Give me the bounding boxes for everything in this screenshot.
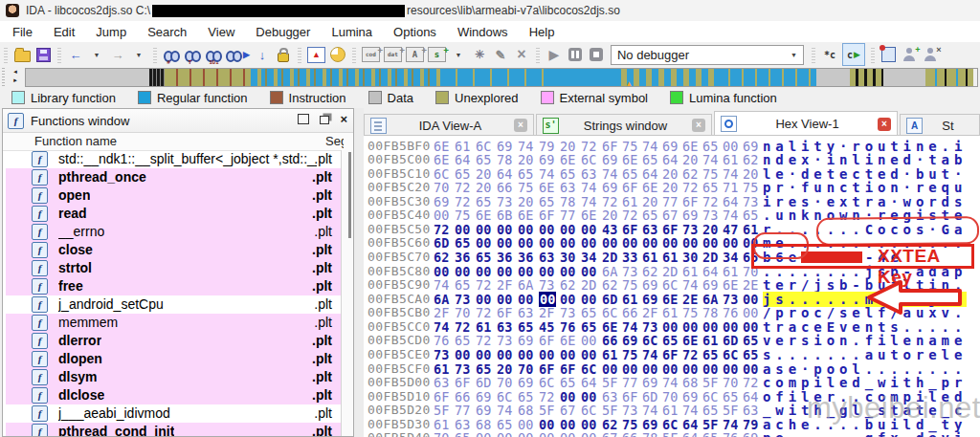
function-row[interactable]: read.plt (6, 205, 342, 223)
hex-byte[interactable]: 66 (622, 430, 637, 437)
menu-item-edit[interactable]: Edit (43, 25, 85, 39)
hex-byte[interactable]: 78 (642, 430, 657, 437)
delete-item-button[interactable]: × (513, 45, 530, 64)
function-name[interactable]: __errno (58, 224, 104, 239)
functions-window-titlebar[interactable]: Functions window × (3, 109, 353, 133)
function-name[interactable]: read (58, 206, 87, 221)
hex-row[interactable]: 00FB5D4070650000000000006766785F64657669… (364, 430, 980, 437)
hex-byte[interactable]: 00 (497, 430, 512, 437)
debug-start-button[interactable]: ▶ (546, 45, 563, 64)
function-row[interactable]: dlsym.plt (6, 368, 342, 386)
search-text-button[interactable]: T (184, 45, 201, 64)
search-immediate-button[interactable]: 101 (205, 45, 222, 64)
close-button[interactable]: × (340, 115, 347, 124)
jump-down-button[interactable]: ↓ (254, 45, 271, 64)
hex-row[interactable]: 00FB5CC074726163654576656E74730000000000… (364, 319, 980, 334)
function-row[interactable]: strtol.plt (6, 259, 342, 277)
function-name[interactable]: strtol (58, 260, 92, 275)
hex-byte[interactable]: 65 (702, 430, 718, 437)
make-data-button[interactable]: dat+ (384, 45, 402, 64)
menu-item-options[interactable]: Options (383, 25, 447, 39)
function-row[interactable]: free.plt (6, 277, 342, 295)
highlight-lock-button[interactable] (275, 45, 292, 64)
remove-breakpoint-user-button[interactable]: × (923, 45, 940, 64)
menu-item-lumina[interactable]: Lumina (321, 25, 383, 39)
hex-byte[interactable]: 00 (539, 430, 554, 437)
patch-program-button[interactable]: ✳ (471, 45, 488, 64)
hex-byte[interactable]: 00 (476, 430, 491, 437)
functions-column-header[interactable]: Function name Segm (3, 133, 353, 151)
add-breakpoint-user-button[interactable]: + (902, 45, 919, 64)
function-name[interactable]: j_android_setCpu (58, 296, 164, 312)
function-name[interactable]: open (58, 187, 90, 203)
function-row[interactable]: pthread_cond_init.plt (6, 423, 342, 436)
function-row[interactable]: __errno.plt (6, 223, 342, 241)
function-name[interactable]: dlopen (58, 351, 102, 366)
function-row[interactable]: memmem.plt (6, 314, 342, 332)
search-memory-button[interactable]: # (163, 45, 180, 64)
function-row[interactable]: close.plt (6, 241, 342, 259)
desktop-notes-button[interactable] (880, 45, 898, 64)
search-binary-button[interactable]: ▶ (226, 45, 250, 64)
save-button[interactable] (34, 45, 52, 64)
tab-hex-view-1[interactable]: Hex View-1× (714, 111, 898, 136)
tab-strings-window[interactable]: Strings window× (536, 114, 712, 136)
hex-row[interactable]: 00FB5C006E64657820696E6C696E656420746162… (364, 152, 980, 166)
hex-byte[interactable]: 5F (662, 430, 678, 437)
function-name[interactable]: close (58, 242, 93, 257)
hex-byte[interactable]: 64 (682, 430, 698, 437)
scrollbar-thumb[interactable] (348, 152, 351, 238)
edit-segment-button[interactable]: ✎ (492, 45, 509, 64)
float-button[interactable] (320, 116, 329, 124)
hex-row[interactable]: 00FB5BF06E616C69747920726F7574696E650069… (364, 139, 980, 153)
hex-byte[interactable]: 67 (602, 430, 617, 437)
problems-button[interactable] (307, 45, 325, 64)
hex-byte[interactable]: 70 (434, 430, 449, 437)
function-row[interactable]: dlopen.plt (6, 350, 342, 368)
function-name[interactable]: free (58, 278, 83, 294)
functions-scrollbar[interactable] (341, 150, 353, 436)
function-name[interactable]: pthread_cond_init (58, 424, 174, 436)
navband-grip[interactable] (2, 68, 5, 86)
hex-ascii[interactable]: pe......gfx_devi (763, 430, 967, 437)
debug-pause-button[interactable] (567, 45, 584, 64)
jump-forward-button[interactable]: → (109, 45, 126, 64)
panel-splitter[interactable] (354, 108, 364, 437)
hex-byte[interactable]: 00 (581, 430, 596, 437)
make-code-button[interactable]: cod+ (362, 45, 380, 64)
debug-stop-button[interactable] (588, 45, 605, 64)
menu-item-file[interactable]: File (2, 25, 43, 39)
menu-item-view[interactable]: View (197, 25, 245, 39)
function-name[interactable]: j___aeabi_idivmod (58, 405, 170, 421)
tab-ida-view-a[interactable]: IDA View-A× (364, 114, 534, 136)
hex-row[interactable]: 00FB5CE073000000000000006175746F72656C65… (364, 347, 980, 361)
function-name[interactable]: memmem (58, 315, 118, 330)
attach-process-button[interactable]: *c (821, 45, 838, 64)
hex-row[interactable]: 00FB5D00636F6D70696C65645F776974685F7072… (364, 375, 980, 389)
maximize-button[interactable] (298, 114, 309, 124)
hex-byte[interactable]: 76 (723, 430, 738, 437)
function-row[interactable]: dlerror.plt (6, 332, 342, 350)
function-row[interactable]: j_android_setCpu.plt (6, 295, 342, 314)
column-segment[interactable]: Segm (325, 134, 344, 148)
menu-item-windows[interactable]: Windows (447, 25, 519, 39)
make-string-options-button[interactable]: ▼ (450, 45, 467, 64)
jump-forward-history-button[interactable]: ▼ (130, 45, 147, 64)
hex-row[interactable]: 00FB5C306972657320657874726120776F726473… (364, 194, 980, 208)
function-name[interactable]: pthread_once (58, 169, 146, 185)
column-function-name[interactable]: Function name (34, 134, 117, 148)
tab-st[interactable]: St (900, 114, 980, 136)
tab-close-icon[interactable]: × (692, 119, 705, 132)
menu-item-debugger[interactable]: Debugger (245, 25, 321, 39)
function-row[interactable]: dlclose.plt (6, 386, 342, 404)
jump-back-button[interactable]: ← (67, 45, 84, 64)
menu-item-search[interactable]: Search (137, 25, 197, 39)
hex-byte[interactable]: 69 (743, 430, 758, 437)
function-row[interactable]: std::__ndk1::__split_buffer<_jobject *,s… (6, 150, 342, 168)
hex-byte[interactable]: 00 (560, 430, 575, 437)
function-name[interactable]: dlerror (58, 333, 101, 348)
tab-close-icon[interactable]: × (878, 118, 891, 131)
hex-row[interactable]: 00FB5C2070722066756E6374696F6E2072657175… (364, 180, 980, 194)
make-string-button[interactable]: s+ (428, 45, 446, 64)
tab-close-icon[interactable]: × (514, 119, 527, 132)
